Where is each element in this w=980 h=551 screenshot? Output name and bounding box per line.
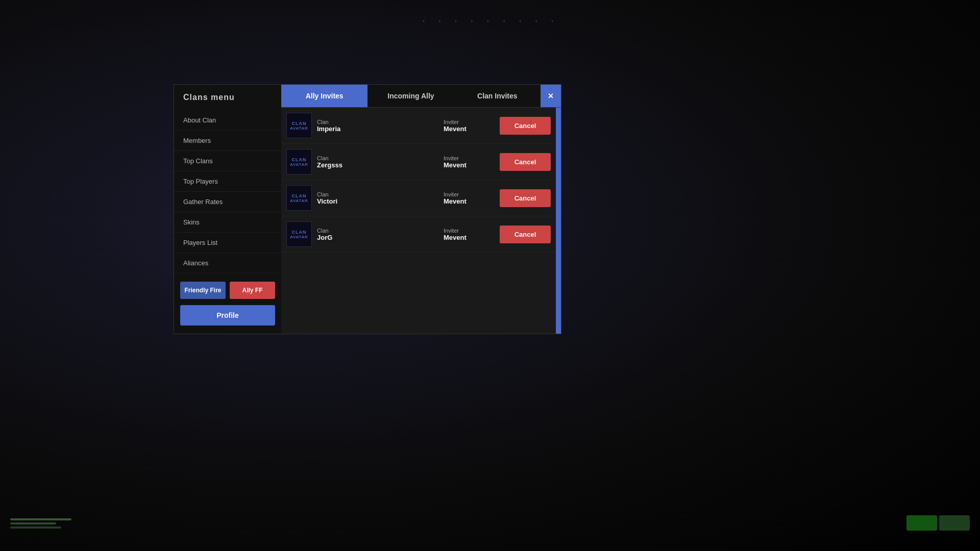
cancel-button-4[interactable]: Cancel: [500, 226, 551, 243]
invite-info-4: Clan JorG: [317, 228, 438, 241]
cancel-button-1[interactable]: Cancel: [500, 117, 551, 135]
invite-row: CLAN AVATAR Clan JorG Inviter Mevent Can…: [281, 216, 561, 253]
sidebar: Clans menu About Clan Members Top Clans …: [174, 85, 281, 334]
scrollbar-track: [556, 108, 561, 334]
tab-clan-invites[interactable]: Clan Invites: [454, 85, 541, 107]
close-button[interactable]: ×: [541, 85, 561, 107]
sidebar-item-top-clans[interactable]: Top Clans: [174, 151, 281, 171]
hud-line-3: [10, 527, 61, 529]
clan-avatar-3: CLAN AVATAR: [286, 185, 312, 211]
tabs-bar: Ally Invites Incoming Ally Clan Invites …: [281, 85, 561, 108]
friendly-fire-button[interactable]: Friendly Fire: [180, 282, 226, 299]
sidebar-item-players-list[interactable]: Players List: [174, 233, 281, 253]
invite-inviter-4: Inviter Mevent: [444, 228, 495, 241]
clan-avatar-4: CLAN AVATAR: [286, 221, 312, 247]
invite-inviter-1: Inviter Mevent: [444, 119, 495, 133]
hud-block-1: [906, 515, 937, 531]
invite-info-2: Clan Zergsss: [317, 155, 438, 169]
clan-avatar-2: CLAN AVATAR: [286, 149, 312, 174]
invite-info-1: Clan Imperia: [317, 119, 438, 133]
main-content: Ally Invites Incoming Ally Clan Invites …: [281, 85, 561, 334]
invite-list: CLAN AVATAR Clan Imperia Inviter Mevent …: [281, 108, 561, 334]
sidebar-item-about-clan[interactable]: About Clan: [174, 110, 281, 131]
clans-modal: Clans menu About Clan Members Top Clans …: [174, 84, 561, 334]
game-title-area: · · · · · · · · ·: [337, 0, 643, 41]
invite-inviter-2: Inviter Mevent: [444, 155, 495, 169]
sidebar-action-buttons: Friendly Fire Ally FF: [174, 273, 281, 303]
scrollbar-thumb[interactable]: [556, 108, 561, 334]
invite-row: CLAN AVATAR Clan Victori Inviter Mevent …: [281, 180, 561, 216]
game-title-text: · · · · · · · · ·: [422, 12, 558, 29]
tab-ally-invites[interactable]: Ally Invites: [281, 85, 368, 107]
ally-ff-button[interactable]: Ally FF: [230, 282, 275, 299]
cancel-button-3[interactable]: Cancel: [500, 189, 551, 207]
hud-line-1: [10, 518, 71, 520]
cancel-button-2[interactable]: Cancel: [500, 153, 551, 171]
invite-row: CLAN AVATAR Clan Zergsss Inviter Mevent …: [281, 144, 561, 180]
sidebar-item-gather-rates[interactable]: Gather Rates: [174, 192, 281, 212]
sidebar-item-members[interactable]: Members: [174, 131, 281, 151]
hud-block-2: [939, 515, 970, 531]
bottom-left-hud: [10, 518, 71, 531]
invite-inviter-3: Inviter Mevent: [444, 191, 495, 205]
sidebar-item-aliances[interactable]: Aliances: [174, 253, 281, 273]
sidebar-item-top-players[interactable]: Top Players: [174, 171, 281, 192]
sidebar-title: Clans menu: [174, 85, 281, 110]
sidebar-nav: About Clan Members Top Clans Top Players…: [174, 110, 281, 273]
bottom-right-hud: [906, 515, 970, 531]
hud-line-2: [10, 522, 56, 524]
clan-avatar-1: CLAN AVATAR: [286, 113, 312, 138]
profile-button[interactable]: Profile: [180, 305, 275, 325]
invite-info-3: Clan Victori: [317, 191, 438, 205]
sidebar-item-skins[interactable]: Skins: [174, 212, 281, 233]
invite-row: CLAN AVATAR Clan Imperia Inviter Mevent …: [281, 108, 561, 144]
tab-incoming-ally[interactable]: Incoming Ally: [368, 85, 454, 107]
